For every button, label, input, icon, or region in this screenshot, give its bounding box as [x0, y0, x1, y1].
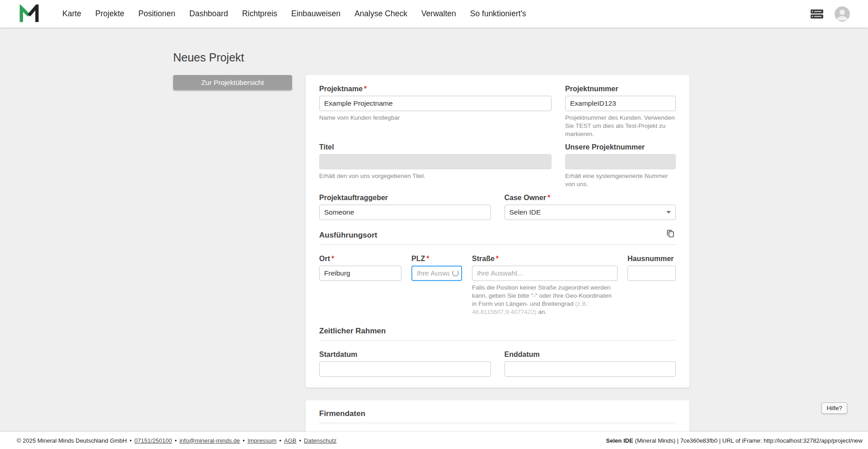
copy-address-button[interactable]	[665, 228, 676, 240]
help-button[interactable]: Hilfe?	[821, 402, 847, 414]
footer-left: © 2025 Mineral Minds Deutschland GmbH • …	[17, 437, 337, 444]
loading-spinner-icon	[452, 270, 459, 276]
strasse-label-text: Straße	[472, 255, 495, 262]
projektauftraggeber-label: Projektauftraggeber	[319, 194, 491, 202]
ort-input[interactable]	[319, 266, 401, 281]
copyright-text: © 2025 Mineral Minds Deutschland GmbH	[17, 437, 127, 444]
plz-label: PLZ*	[411, 255, 462, 263]
section-title-zeitlicher-rahmen: Zeitlicher Rahmen	[319, 327, 676, 336]
separator-dot: •	[299, 437, 302, 444]
footer-session-details: (Mineral Minds) | 7ce360e83fb0 | URL of …	[635, 437, 863, 444]
nav-item-analyse-check[interactable]: Analyse Check	[354, 9, 407, 19]
page-title: Neues Projekt	[173, 51, 689, 64]
top-nav-bar: Karte Projekte Positionen Dashboard Rich…	[0, 0, 868, 28]
required-asterisk: *	[331, 255, 334, 262]
separator-dot: •	[279, 437, 282, 444]
required-asterisk: *	[547, 194, 550, 201]
section-title-firmendaten: Firmendaten	[319, 409, 676, 418]
nav-item-positionen[interactable]: Positionen	[138, 9, 175, 19]
separator-dot: •	[130, 437, 132, 444]
field-unsere-projektnummer: Unsere Projektnummer Erhält eine systemg…	[565, 143, 676, 188]
strasse-helper: Falls die Position keiner Straße zugeord…	[472, 284, 618, 316]
field-strasse: Straße* Falls die Position keiner Straße…	[472, 255, 618, 316]
hausnummer-label: Hausnummer	[627, 255, 676, 263]
main-nav: Karte Projekte Positionen Dashboard Rich…	[62, 9, 526, 19]
server-icon-button[interactable]	[810, 9, 824, 19]
projektnummer-label-text: Projektnummer	[565, 85, 618, 93]
footer-link-email[interactable]: info@mineral-minds.de	[179, 437, 240, 444]
enddatum-input[interactable]	[505, 361, 676, 377]
hausnummer-input[interactable]	[627, 266, 676, 281]
projektauftraggeber-label-text: Projektauftraggeber	[319, 194, 388, 201]
unsere-projektnummer-label-text: Unsere Projektnummer	[565, 143, 645, 151]
footer: © 2025 Mineral Minds Deutschland GmbH • …	[0, 432, 868, 449]
copy-icon	[666, 229, 675, 238]
field-startdatum: Startdatum	[319, 351, 491, 377]
field-plz: PLZ*	[411, 255, 462, 316]
plz-label-text: PLZ	[411, 255, 425, 262]
back-to-project-overview-button[interactable]: Zur Projektübersicht	[173, 75, 292, 90]
field-projektnummer: Projektnummer Projektnummer des Kunden. …	[565, 85, 676, 138]
project-form-card: Projektname* Name vom Kunden festlegbar …	[306, 75, 689, 388]
field-case-owner: Case Owner* Selen IDE	[505, 194, 676, 220]
unsere-projektnummer-input	[565, 154, 676, 169]
projektname-label: Projektname*	[319, 85, 552, 93]
logo-icon	[19, 5, 40, 23]
field-projektname: Projektname* Name vom Kunden festlegbar	[319, 85, 552, 138]
nav-item-richtpreis[interactable]: Richtpreis	[242, 9, 277, 19]
nav-right-actions	[810, 6, 850, 22]
left-column: Zur Projektübersicht	[173, 75, 306, 90]
projektname-input[interactable]	[319, 96, 552, 111]
footer-link-phone[interactable]: 07151/250100	[134, 437, 172, 444]
nav-item-einbauweisen[interactable]: Einbauweisen	[291, 9, 340, 19]
unsere-projektnummer-helper: Erhält eine systemgenerierte Nummer von …	[565, 172, 676, 188]
section-firmendaten-header: Firmendaten	[319, 409, 676, 423]
projektnummer-helper: Projektnummer des Kunden. Verwenden Sie …	[565, 114, 676, 138]
separator-dot: •	[175, 437, 177, 444]
field-enddatum: Enddatum	[505, 351, 676, 377]
case-owner-label-text: Case Owner	[505, 194, 546, 201]
nav-item-karte[interactable]: Karte	[62, 9, 81, 19]
case-owner-select[interactable]: Selen IDE	[505, 205, 676, 220]
footer-link-impressum[interactable]: Impressum	[247, 437, 276, 444]
required-asterisk: *	[364, 85, 367, 93]
unsere-projektnummer-label: Unsere Projektnummer	[565, 143, 676, 151]
chevron-down-icon	[666, 211, 671, 214]
field-projektauftraggeber: Projektauftraggeber	[319, 194, 491, 220]
footer-session-info: Selen IDE (Mineral Minds) | 7ce360e83fb0…	[606, 437, 863, 444]
titel-label-text: Titel	[319, 143, 334, 151]
footer-link-datenschutz[interactable]: Datenschutz	[304, 437, 336, 444]
required-asterisk: *	[496, 255, 499, 262]
footer-user-name: Selen IDE	[606, 437, 633, 444]
section-title-ausfuehrungsort: Ausführungsort	[319, 231, 676, 240]
strasse-label: Straße*	[472, 255, 618, 263]
nav-item-dashboard[interactable]: Dashboard	[189, 9, 228, 19]
enddatum-label: Enddatum	[505, 351, 676, 359]
section-ausfuehrungsort-header: Ausführungsort	[319, 231, 676, 245]
firmendaten-card: Firmendaten	[306, 400, 689, 432]
server-icon	[810, 9, 824, 19]
user-avatar[interactable]	[835, 6, 850, 22]
startdatum-label: Startdatum	[319, 351, 491, 359]
projektname-helper: Name vom Kunden festlegbar	[319, 114, 552, 122]
projektnummer-label: Projektnummer	[565, 85, 676, 93]
projektnummer-input[interactable]	[565, 96, 676, 111]
field-ort: Ort*	[319, 255, 401, 316]
strasse-input[interactable]	[472, 266, 618, 281]
required-asterisk: *	[426, 255, 429, 262]
titel-label: Titel	[319, 143, 552, 151]
ort-label-text: Ort	[319, 255, 330, 262]
mineral-minds-logo[interactable]	[19, 4, 41, 24]
ort-label: Ort*	[319, 255, 401, 263]
nav-item-so-funktionierts[interactable]: So funktioniert's	[470, 9, 526, 19]
case-owner-selected-value: Selen IDE	[509, 208, 541, 216]
nav-item-verwalten[interactable]: Verwalten	[421, 9, 456, 19]
nav-item-projekte[interactable]: Projekte	[95, 9, 124, 19]
footer-link-agb[interactable]: AGB	[284, 437, 296, 444]
projektauftraggeber-input[interactable]	[319, 205, 491, 220]
enddatum-label-text: Enddatum	[505, 351, 540, 358]
startdatum-input[interactable]	[319, 361, 491, 377]
strasse-helper-suffix: an.	[536, 309, 547, 315]
main-content: Neues Projekt Zur Projektübersicht Proje…	[0, 28, 868, 432]
section-zeitlicher-rahmen-header: Zeitlicher Rahmen	[319, 327, 676, 341]
